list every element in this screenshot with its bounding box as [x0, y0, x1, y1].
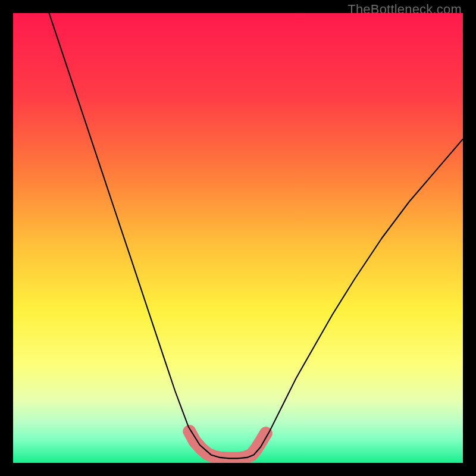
bottleneck-chart — [13, 13, 463, 463]
outer-frame: TheBottleneck.com — [0, 0, 476, 476]
plot-area — [13, 13, 463, 463]
gradient-background — [13, 13, 463, 463]
